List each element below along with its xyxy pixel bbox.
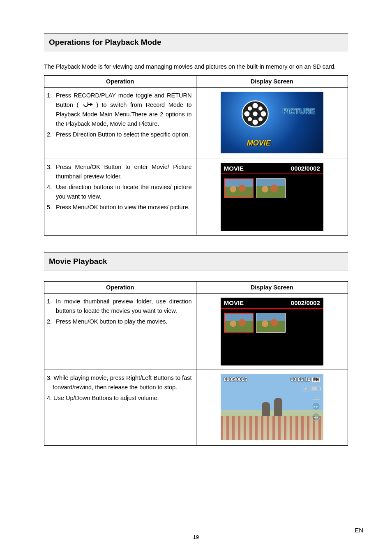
- list-text: Press Menu/OK button to play the movies.: [56, 317, 192, 326]
- svg-point-6: [248, 106, 252, 111]
- screen-cell-thumbs-2: MOVIE 0002/0002: [196, 294, 348, 370]
- list-num: 5.: [47, 203, 56, 212]
- thumbnail-item: [224, 178, 254, 198]
- movie-mode-label: MOVIE: [247, 139, 271, 148]
- list-num: 2.: [47, 130, 56, 139]
- stop-icon: ◉: [302, 386, 309, 391]
- op-cell-4: 3. While playing movie, press Right/Left…: [44, 370, 196, 446]
- volume-icon: ♪: [313, 394, 320, 400]
- screen-cell-playing: 0005/0005 00:06:10 FH ◉ ♪: [196, 370, 348, 446]
- col-header-display: Display Screen: [196, 282, 348, 294]
- list-num: 2.: [47, 317, 56, 326]
- list-text: Press Menu/OK Button to enter Movie/ Pic…: [56, 162, 192, 181]
- list-text: 3. While playing movie, press Right/Left…: [47, 373, 192, 392]
- svg-point-7: [258, 106, 263, 111]
- screenshot-thumbnail-folder: MOVIE 0002/0002: [221, 163, 323, 231]
- col-header-display: Display Screen: [196, 76, 348, 88]
- screenshot-movie-playing: 0005/0005 00:06:10 FH ◉ ♪: [221, 374, 323, 440]
- language-code: EN: [355, 527, 363, 534]
- movie-playback-table: Operation Display Screen 1. In movie thu…: [44, 281, 348, 446]
- svg-point-8: [248, 117, 252, 121]
- list-text: 4. Use Up/Down Buttons to adjust volume.: [47, 393, 192, 402]
- list-text: Use direction buttons to locate the movi…: [56, 183, 192, 201]
- svg-point-3: [252, 120, 258, 125]
- picture-mode-label: PICTURE: [283, 107, 315, 116]
- list-num: 1.: [47, 91, 56, 128]
- list-text: Press Direction Button to select the spe…: [56, 130, 192, 139]
- col-header-operation: Operation: [44, 282, 196, 294]
- svg-point-1: [253, 112, 258, 117]
- svg-point-2: [252, 103, 258, 109]
- thumbnail-item: [256, 313, 286, 333]
- thumbs-title: MOVIE: [224, 299, 244, 306]
- thumbs-counter: 0002/0002: [291, 165, 320, 172]
- svg-point-4: [244, 111, 249, 117]
- fast-forward-icon: ▸▸: [312, 402, 320, 410]
- section-heading-movie-playback: Movie Playback: [44, 252, 348, 271]
- list-text: In movie thumbnail preview folder, use d…: [56, 297, 192, 315]
- screenshot-playback-main-menu: PICTURE MOVIE: [221, 92, 323, 153]
- op-cell-1: 1. Press RECORD/PLAY mode toggle and RET…: [44, 88, 196, 159]
- screen-cell-main-menu: PICTURE MOVIE: [196, 88, 348, 159]
- battery-icon: [311, 386, 320, 391]
- thumbnail-item: [224, 313, 254, 333]
- col-header-operation: Operation: [44, 76, 196, 88]
- list-text: Press Menu/OK button to view the movies/…: [56, 203, 192, 212]
- list-text: Press RECORD/PLAY mode toggle and RETURN…: [56, 91, 192, 128]
- film-reel-icon: [240, 99, 270, 129]
- list-num: 1.: [47, 297, 56, 315]
- thumbnail-item: [256, 178, 286, 198]
- quality-badge: FH: [312, 377, 320, 382]
- rewind-icon: ◂◂: [312, 413, 320, 421]
- intro-text: The Playback Mode is for viewing and man…: [44, 62, 348, 71]
- list-num: 3.: [47, 162, 56, 181]
- op-cell-3: 1. In movie thumbnail preview folder, us…: [44, 294, 196, 370]
- svg-point-9: [258, 117, 263, 121]
- op-cell-2: 3. Press Menu/OK Button to enter Movie/ …: [44, 159, 196, 236]
- thumbs-title: MOVIE: [224, 165, 244, 172]
- svg-point-5: [261, 111, 266, 117]
- play-time: 00:06:10: [291, 377, 310, 382]
- list-num: 4.: [47, 183, 56, 201]
- return-icon: [82, 101, 93, 110]
- screen-cell-thumbs: MOVIE 0002/0002: [196, 159, 348, 236]
- playback-ops-table: Operation Display Screen 1. Press RECORD…: [44, 75, 348, 236]
- page-number: 19: [0, 534, 392, 540]
- play-index: 0005/0005: [224, 377, 247, 382]
- section-heading-playback-ops: Operations for Playback Mode: [44, 33, 348, 51]
- screenshot-thumbnail-folder: MOVIE 0002/0002: [221, 298, 323, 365]
- thumbs-counter: 0002/0002: [291, 299, 320, 306]
